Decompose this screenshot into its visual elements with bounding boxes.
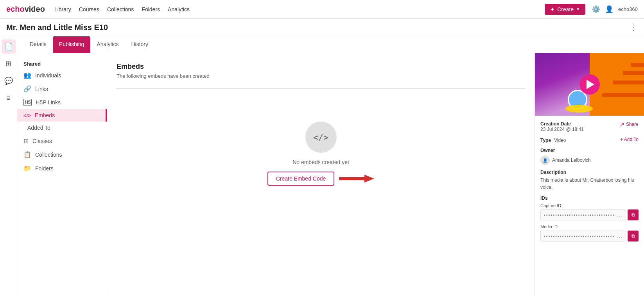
description-label: Description: [540, 170, 639, 175]
create-label: Create: [557, 6, 574, 13]
sidebar-grid-icon[interactable]: ⊞: [2, 57, 16, 71]
arrow-indicator: [339, 174, 374, 183]
capture-id-copy-button[interactable]: ⧉: [628, 209, 639, 220]
nav-item-embeds[interactable]: </> Embeds: [17, 109, 107, 122]
media-id-label: Media ID: [540, 224, 639, 229]
nav-label-links: Links: [35, 86, 48, 92]
settings-icon[interactable]: ⚙️: [592, 5, 600, 14]
owner-label: Owner: [540, 148, 639, 153]
sidebar-list-icon[interactable]: ≡: [2, 91, 16, 105]
chevron-down-icon: ▼: [576, 7, 580, 11]
nav-item-classes[interactable]: ⊞ Classes: [17, 134, 107, 148]
nav-right: ⚙️ 👤 echo360: [592, 5, 638, 14]
links-icon: 🔗: [23, 85, 31, 93]
classes-icon: ⊞: [23, 137, 29, 145]
left-nav: Shared 👥 Individuals 🔗 Links H5 H5P Link…: [17, 53, 107, 296]
create-row: Create Embed Code: [267, 172, 375, 186]
embeds-subtitle: The following embeds have been created: [117, 73, 525, 79]
splash: [565, 105, 593, 113]
collections-icon: 📋: [23, 151, 31, 158]
type-block: Type Video: [540, 137, 566, 143]
sidebar-media-icon[interactable]: 📄: [2, 39, 16, 54]
page-title: Mr. Men and Little Miss E10: [6, 23, 108, 32]
nav-item-added-to[interactable]: Added To: [17, 122, 107, 134]
nav-analytics[interactable]: Analytics: [168, 6, 190, 13]
nav-courses[interactable]: Courses: [79, 6, 99, 13]
add-to-label: + Add To: [620, 137, 639, 142]
empty-message: No embeds created yet: [292, 159, 349, 165]
capture-id-row: ⧉: [540, 209, 639, 220]
logo: echovideo: [6, 5, 45, 14]
creation-date-block: Creation Date 23 Jul 2024 @ 18:41: [540, 121, 584, 132]
share-button[interactable]: ↗ Share: [620, 121, 639, 127]
nav-item-collections[interactable]: 📋 Collections: [17, 148, 107, 161]
logo-suffix: video: [25, 5, 45, 13]
embed-empty-icon: </>: [305, 122, 337, 153]
capture-id-label: Capture ID: [540, 203, 639, 208]
capture-id-input[interactable]: [540, 209, 626, 220]
owner-section: Owner 👤 Amanda Leibovich: [540, 148, 639, 165]
stair-4: [631, 63, 644, 67]
creation-date-label: Creation Date: [540, 121, 584, 127]
share-label: Share: [626, 122, 639, 127]
nav-collections[interactable]: Collections: [107, 6, 134, 13]
tab-analytics[interactable]: Analytics: [90, 36, 125, 53]
media-id-input[interactable]: [540, 231, 626, 242]
creation-date-value: 23 Jul 2024 @ 18:41: [540, 127, 584, 132]
nav-item-h5p-links[interactable]: H5 H5P Links: [17, 96, 107, 109]
tabs: Details Publishing Analytics History: [17, 36, 644, 53]
nav-links: Library Courses Collections Folders Anal…: [54, 6, 545, 13]
nav-label-added-to: Added To: [27, 125, 50, 131]
stair-base: [592, 63, 644, 116]
sub-layout: Shared 👥 Individuals 🔗 Links H5 H5P Link…: [17, 53, 644, 296]
h5p-icon: H5: [23, 99, 32, 106]
tab-details[interactable]: Details: [23, 36, 53, 53]
ids-section: IDs Capture ID ⧉ Media ID ⧉: [540, 195, 639, 242]
nav-library[interactable]: Library: [54, 6, 71, 13]
nav-label-individuals: Individuals: [35, 72, 61, 79]
create-embed-button[interactable]: Create Embed Code: [267, 172, 335, 186]
sidebar-chat-icon[interactable]: 💬: [2, 74, 16, 88]
ids-label: IDs: [540, 195, 639, 201]
nav-label-collections: Collections: [35, 152, 62, 158]
more-options-icon[interactable]: ⋮: [630, 23, 638, 32]
main-layout: 📄 ⊞ 💬 ≡ Details Publishing Analytics His…: [0, 36, 644, 296]
copy-icon: ⧉: [631, 212, 635, 218]
logo-text: echovideo: [6, 5, 45, 14]
content-area: Details Publishing Analytics History Sha…: [17, 36, 644, 296]
stair-1: [602, 93, 644, 97]
empty-state: </> No embeds created yet Create Embed C…: [117, 98, 525, 209]
type-value: Video: [554, 138, 566, 143]
code-icon: </>: [313, 132, 329, 142]
share-icon: ↗: [620, 121, 624, 127]
top-nav: echovideo Library Courses Collections Fo…: [0, 0, 644, 19]
media-id-copy-button[interactable]: ⧉: [628, 231, 639, 242]
stair-2: [613, 81, 644, 84]
create-button[interactable]: ✦ Create ▼: [545, 4, 585, 15]
page-title-bar: Mr. Men and Little Miss E10 ⋮: [0, 19, 644, 36]
type-label: Type: [540, 138, 551, 143]
nav-item-individuals[interactable]: 👥 Individuals: [17, 68, 107, 82]
video-thumbnail: [535, 53, 644, 116]
creation-date-row: Creation Date 23 Jul 2024 @ 18:41 ↗ Shar…: [540, 121, 639, 132]
arrow-icon: [339, 174, 374, 183]
owner-name: Amanda Leibovich: [552, 157, 591, 163]
play-button[interactable]: [579, 74, 600, 95]
nav-label-h5p: H5P Links: [36, 99, 61, 106]
tab-publishing[interactable]: Publishing: [53, 36, 91, 53]
embeds-section-title: Embeds: [117, 63, 525, 71]
nav-label-folders: Folders: [35, 165, 54, 172]
account-icon[interactable]: 👤: [605, 5, 614, 14]
nav-folders[interactable]: Folders: [142, 6, 160, 13]
tab-history[interactable]: History: [125, 36, 154, 53]
media-id-row: ⧉: [540, 231, 639, 242]
svg-marker-0: [339, 175, 374, 182]
nav-item-folders[interactable]: 📁 Folders: [17, 161, 107, 175]
right-panel: Creation Date 23 Jul 2024 @ 18:41 ↗ Shar…: [535, 53, 644, 296]
nav-label-classes: Classes: [32, 138, 52, 144]
logo-prefix: echo: [6, 5, 25, 13]
nav-item-links[interactable]: 🔗 Links: [17, 82, 107, 96]
nav-label-embeds: Embeds: [35, 112, 55, 118]
add-to-button[interactable]: + Add To: [620, 137, 639, 142]
owner-avatar: 👤: [540, 156, 550, 165]
